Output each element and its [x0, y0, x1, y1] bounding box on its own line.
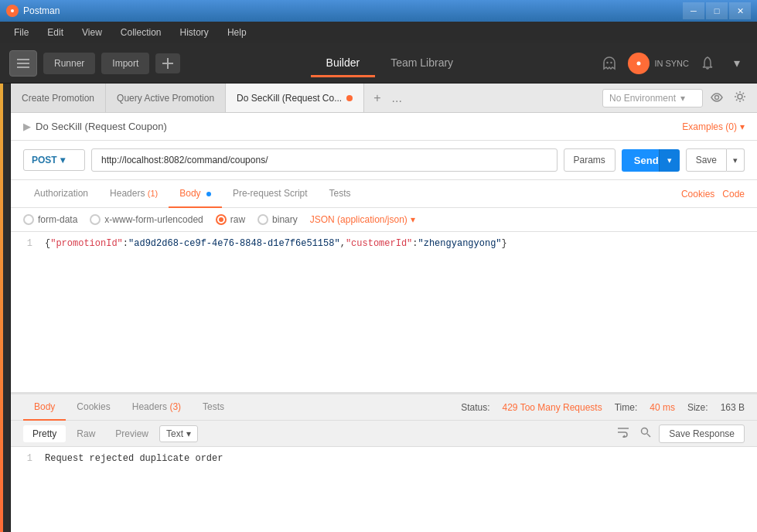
env-label: No Environment	[609, 93, 676, 104]
format-arrow-icon: ▾	[186, 428, 191, 439]
titlebar: Postman ─ □ ✕	[0, 0, 757, 22]
close-button[interactable]: ✕	[729, 2, 751, 19]
menu-help[interactable]: Help	[220, 24, 254, 41]
sidebar	[0, 84, 11, 532]
env-area: No Environment ▾	[595, 84, 757, 112]
tab-body[interactable]: Body	[169, 180, 222, 208]
examples-link[interactable]: Examples (0) ▾	[682, 121, 745, 132]
collapse-arrow-icon: ▶	[23, 121, 31, 132]
env-eye-button[interactable]	[708, 89, 726, 107]
response-content: 1 Request rejected duplicate order	[11, 447, 757, 532]
code-editor[interactable]: 1 {"promotionId":"ad9d2d68-ce9f-4e76-884…	[11, 232, 757, 393]
tabs-bar: Create Promotion Query Active Promotion …	[11, 84, 757, 113]
response-opts-left: Pretty Raw Preview Text ▾	[23, 425, 198, 442]
new-tab-button[interactable]	[155, 53, 180, 73]
line-content-1: {"promotionId":"ad9d2d68-ce9f-4e76-8848-…	[42, 238, 757, 254]
svg-rect-6	[162, 63, 173, 64]
json-format-select[interactable]: JSON (application/json) ▾	[310, 214, 415, 225]
url-bar: POST ▾ Params Send ▾ Save ▾	[11, 141, 757, 180]
resp-tab-body[interactable]: Body	[23, 394, 66, 421]
ghost-icon-button[interactable]	[598, 53, 620, 74]
response-section: Body Cookies Headers (3) Tests Status:	[11, 393, 757, 532]
import-label: Import	[112, 58, 138, 69]
tab-create-promotion-label: Create Promotion	[22, 93, 94, 104]
body-options: form-data x-www-form-urlencoded raw bina…	[11, 208, 757, 232]
params-button[interactable]: Params	[564, 148, 615, 172]
send-btn-group: Send ▾	[622, 149, 680, 172]
save-btn-group: Save ▾	[686, 148, 745, 172]
chevron-button[interactable]: ▾	[726, 53, 748, 74]
binary-radio[interactable]	[257, 214, 268, 225]
sync-text: IN SYNC	[654, 59, 689, 68]
tab-spacer	[411, 84, 595, 112]
tab-prerequest[interactable]: Pre-request Script	[222, 180, 319, 208]
builder-tab[interactable]: Builder	[311, 50, 376, 77]
search-icon-button[interactable]	[637, 424, 654, 443]
add-tab-button[interactable]: +	[370, 90, 384, 107]
svg-rect-4	[17, 66, 29, 68]
preview-button[interactable]: Preview	[106, 425, 158, 442]
tab-authorization[interactable]: Authorization	[23, 180, 99, 208]
status-value: 429 Too Many Requests	[503, 402, 602, 413]
binary-option[interactable]: binary	[257, 214, 298, 225]
url-input[interactable]	[91, 148, 558, 172]
send-button[interactable]: Send	[622, 149, 659, 172]
team-library-tab[interactable]: Team Library	[375, 50, 469, 77]
raw-radio[interactable]	[216, 214, 227, 225]
tab-query-promotion[interactable]: Query Active Promotion	[106, 84, 226, 112]
menu-view[interactable]: View	[74, 24, 110, 41]
tab-active-dot	[346, 95, 353, 101]
send-dropdown-button[interactable]: ▾	[659, 149, 680, 172]
urlencoded-radio[interactable]	[90, 214, 101, 225]
runner-label: Runner	[54, 58, 84, 69]
save-dropdown-button[interactable]: ▾	[727, 148, 745, 172]
response-line-1: 1 Request rejected duplicate order	[11, 453, 757, 469]
runner-button[interactable]: Runner	[43, 53, 95, 74]
tab-doseckill[interactable]: Do SecKill (Request Co...	[226, 84, 364, 112]
format-label: Text	[166, 428, 183, 439]
size-value: 163 B	[721, 402, 745, 413]
tab-create-promotion[interactable]: Create Promotion	[11, 84, 106, 112]
save-response-button[interactable]: Save Response	[659, 425, 745, 443]
response-line-content-1: Request rejected duplicate order	[42, 453, 757, 469]
toolbar-right: IN SYNC ▾	[598, 53, 748, 74]
form-data-option[interactable]: form-data	[23, 214, 77, 225]
resp-tab-tests[interactable]: Tests	[192, 394, 235, 421]
form-data-radio[interactable]	[23, 214, 34, 225]
content-area: Create Promotion Query Active Promotion …	[11, 84, 757, 532]
method-select[interactable]: POST ▾	[23, 149, 85, 171]
pretty-button[interactable]: Pretty	[23, 425, 66, 442]
import-button[interactable]: Import	[101, 53, 149, 74]
tab-tests[interactable]: Tests	[319, 180, 362, 208]
menubar: File Edit View Collection History Help	[0, 22, 757, 43]
response-status-area: Status: 429 Too Many Requests Time: 40 m…	[461, 402, 745, 413]
env-select[interactable]: No Environment ▾	[602, 89, 703, 107]
save-button[interactable]: Save	[686, 148, 727, 172]
tab-headers[interactable]: Headers (1)	[99, 180, 169, 208]
more-tabs-button[interactable]: ...	[389, 90, 405, 107]
menu-file[interactable]: File	[6, 24, 36, 41]
examples-label: Examples (0)	[682, 121, 737, 132]
raw-button[interactable]: Raw	[67, 425, 104, 442]
resp-tab-headers[interactable]: Headers (3)	[121, 394, 192, 421]
env-gear-button[interactable]	[731, 87, 749, 108]
request-tabs: Authorization Headers (1) Body Pre-reque…	[11, 180, 757, 208]
json-arrow-icon: ▾	[411, 214, 415, 225]
resp-tab-cookies[interactable]: Cookies	[66, 394, 121, 421]
cookies-link[interactable]: Cookies	[681, 189, 714, 200]
menu-history[interactable]: History	[172, 24, 217, 41]
notification-button[interactable]	[697, 53, 718, 74]
maximize-button[interactable]: □	[706, 2, 728, 19]
raw-option[interactable]: raw	[216, 214, 245, 225]
minimize-button[interactable]: ─	[683, 2, 704, 19]
request-tabs-left: Authorization Headers (1) Body Pre-reque…	[23, 180, 362, 207]
urlencoded-option[interactable]: x-www-form-urlencoded	[90, 214, 203, 225]
menu-collection[interactable]: Collection	[113, 24, 169, 41]
sidebar-toggle-button[interactable]	[9, 50, 37, 77]
format-select[interactable]: Text ▾	[159, 425, 198, 442]
code-link[interactable]: Code	[722, 189, 745, 200]
wrap-icon-button[interactable]	[614, 424, 633, 443]
sync-area: IN SYNC	[628, 53, 689, 74]
tab-actions: + ...	[364, 84, 411, 112]
menu-edit[interactable]: Edit	[39, 24, 71, 41]
